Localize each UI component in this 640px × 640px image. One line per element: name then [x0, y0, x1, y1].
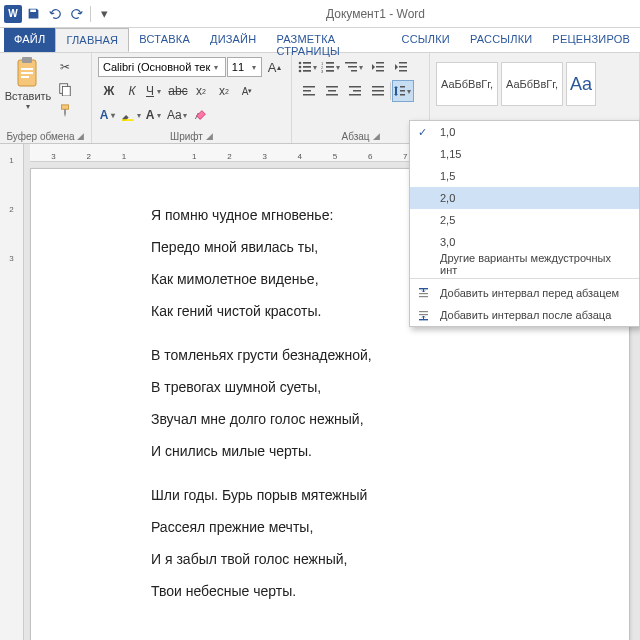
text-effects-icon[interactable]: A▾ — [98, 104, 120, 126]
group-font: ▾ ▾ A▴ Ж К Ч▾ abc x2 x2 A▾ A▾ ▾ — [92, 53, 292, 143]
paragraph-dialog-launcher[interactable]: ◢ — [373, 131, 380, 142]
style-no-spacing[interactable]: АаБбВвГг, — [501, 62, 563, 106]
line-spacing-option[interactable]: 1,5 — [410, 165, 639, 187]
save-icon[interactable] — [22, 3, 44, 25]
line-spacing-option[interactable]: 2,5 — [410, 209, 639, 231]
line-spacing-option[interactable]: 1,15 — [410, 143, 639, 165]
svg-rect-37 — [349, 86, 361, 88]
add-space-before-icon — [417, 287, 433, 300]
add-space-after-icon — [417, 309, 433, 322]
line-spacing-other[interactable]: Другие варианты междустрочных инт — [410, 253, 639, 275]
add-space-before[interactable]: Добавить интервал перед абзацем — [410, 282, 639, 304]
line-spacing-option[interactable]: 3,0 — [410, 231, 639, 253]
doc-line[interactable]: И я забыл твой голос нежный, — [151, 545, 629, 573]
ribbon-tabs: ФАЙЛ ГЛАВНАЯ ВСТАВКА ДИЗАЙН РАЗМЕТКА СТР… — [0, 28, 640, 52]
superscript-icon[interactable]: x2 — [213, 80, 235, 102]
tab-page-layout[interactable]: РАЗМЕТКА СТРАНИЦЫ — [266, 28, 391, 52]
svg-rect-22 — [345, 62, 357, 64]
group-clipboard: Вставить ▾ ✂ Буфер обмена◢ — [0, 53, 92, 143]
font-name-input[interactable] — [103, 61, 212, 73]
highlight-icon[interactable]: ▾ — [121, 104, 143, 126]
align-center-icon[interactable] — [321, 80, 343, 102]
tab-mailings[interactable]: РАССЫЛКИ — [460, 28, 542, 52]
svg-rect-28 — [399, 62, 407, 64]
line-spacing-menu: ✓1,01,151,52,02,53,0 Другие варианты меж… — [409, 120, 640, 327]
doc-line[interactable]: Звучал мне долго голос нежный, — [151, 405, 629, 433]
cut-icon[interactable]: ✂ — [54, 56, 76, 78]
font-size-input[interactable] — [232, 61, 250, 73]
svg-rect-31 — [303, 86, 315, 88]
align-right-icon[interactable] — [344, 80, 366, 102]
numbering-icon[interactable]: 123▾ — [321, 56, 343, 78]
doc-line[interactable]: В томленьях грусти безнадежной, — [151, 341, 629, 369]
grow-font-icon[interactable]: A▴ — [263, 56, 285, 78]
italic-icon[interactable]: К — [121, 80, 143, 102]
svg-rect-26 — [376, 66, 384, 68]
svg-rect-19 — [326, 66, 334, 68]
paste-label: Вставить — [5, 90, 52, 102]
svg-rect-3 — [21, 72, 33, 74]
tab-review[interactable]: РЕЦЕНЗИРОВ — [542, 28, 640, 52]
doc-line[interactable]: Твои небесные черты. — [151, 577, 629, 605]
tab-insert[interactable]: ВСТАВКА — [129, 28, 200, 52]
add-space-after[interactable]: Добавить интервал после абзаца — [410, 304, 639, 326]
line-spacing-other-label: Другие варианты междустрочных инт — [440, 252, 629, 276]
font-dialog-launcher[interactable]: ◢ — [206, 131, 213, 142]
doc-line[interactable]: В тревогах шумной суеты, — [151, 373, 629, 401]
style-heading1[interactable]: Аа — [566, 62, 596, 106]
tab-home[interactable]: ГЛАВНАЯ — [55, 28, 129, 52]
svg-rect-27 — [376, 70, 384, 72]
decrease-indent-icon[interactable] — [367, 56, 389, 78]
svg-rect-34 — [326, 86, 338, 88]
clear-formatting-icon[interactable]: A — [190, 104, 212, 126]
change-case-icon[interactable]: Aa▾ — [167, 104, 189, 126]
line-spacing-option[interactable]: ✓1,0 — [410, 121, 639, 143]
shrink-font-icon[interactable]: A▾ — [236, 80, 258, 102]
font-name-combo[interactable]: ▾ — [98, 57, 226, 77]
svg-rect-40 — [372, 86, 384, 88]
line-spacing-icon[interactable]: ▾ — [392, 80, 414, 102]
line-spacing-value: 1,0 — [440, 126, 455, 138]
underline-icon[interactable]: Ч▾ — [144, 80, 166, 102]
tab-design[interactable]: ДИЗАЙН — [200, 28, 266, 52]
customize-qat-icon[interactable]: ▾ — [93, 3, 115, 25]
doc-line[interactable]: Рассеял прежние мечты, — [151, 513, 629, 541]
doc-line[interactable]: Шли годы. Бурь порыв мятежный — [151, 481, 629, 509]
subscript-icon[interactable]: x2 — [190, 80, 212, 102]
svg-rect-2 — [21, 68, 33, 70]
format-painter-icon[interactable] — [54, 100, 76, 122]
paste-button[interactable]: Вставить ▾ — [6, 56, 50, 111]
svg-rect-41 — [372, 90, 384, 92]
svg-rect-38 — [353, 90, 361, 92]
justify-icon[interactable] — [367, 80, 389, 102]
strikethrough-icon[interactable]: abc — [167, 80, 189, 102]
tab-references[interactable]: ССЫЛКИ — [392, 28, 460, 52]
line-spacing-option[interactable]: 2,0 — [410, 187, 639, 209]
style-normal[interactable]: АаБбВвГг, — [436, 62, 498, 106]
group-clipboard-label: Буфер обмена — [7, 131, 75, 142]
bold-icon[interactable]: Ж — [98, 80, 120, 102]
clipboard-dialog-launcher[interactable]: ◢ — [77, 131, 84, 142]
increase-indent-icon[interactable] — [390, 56, 412, 78]
tab-file[interactable]: ФАЙЛ — [4, 28, 55, 52]
svg-rect-29 — [399, 66, 407, 68]
svg-rect-47 — [419, 293, 428, 294]
redo-icon[interactable] — [66, 3, 88, 25]
doc-line[interactable]: И снились милые черты. — [151, 437, 629, 465]
svg-rect-11 — [303, 62, 311, 64]
copy-icon[interactable] — [54, 78, 76, 100]
multilevel-list-icon[interactable]: ▾ — [344, 56, 366, 78]
undo-icon[interactable] — [44, 3, 66, 25]
bullets-icon[interactable]: ▾ — [298, 56, 320, 78]
align-left-icon[interactable] — [298, 80, 320, 102]
svg-rect-17 — [326, 62, 334, 64]
svg-rect-25 — [376, 62, 384, 64]
font-color-icon[interactable]: A▾ — [144, 104, 166, 126]
svg-rect-30 — [399, 70, 407, 72]
svg-text:3: 3 — [321, 69, 324, 73]
svg-rect-8 — [122, 119, 134, 121]
font-size-combo[interactable]: ▾ — [227, 57, 263, 77]
vertical-ruler[interactable]: 123 — [0, 144, 24, 640]
check-icon: ✓ — [418, 126, 427, 139]
svg-rect-39 — [349, 94, 361, 96]
